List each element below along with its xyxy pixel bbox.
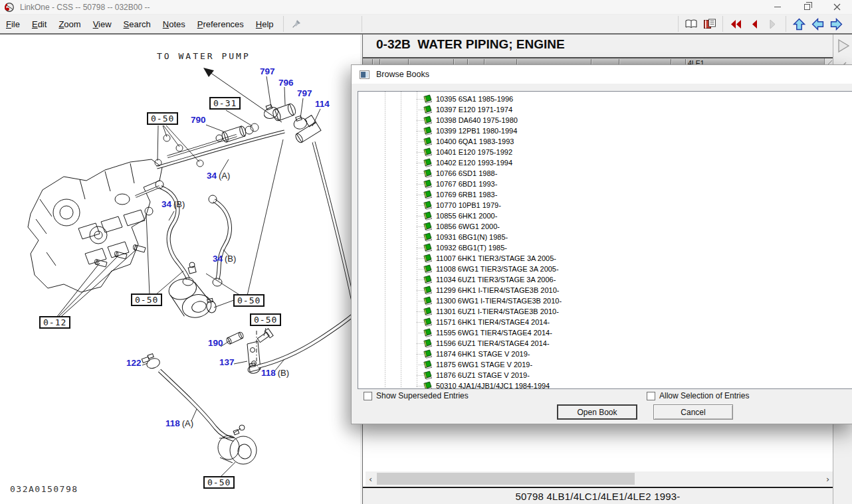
- book-icon: [423, 275, 433, 284]
- ref-box[interactable]: 0-31: [209, 97, 241, 110]
- scrollbar-track[interactable]: [375, 472, 823, 485]
- book-tree-item[interactable]: 10399 12PB1 1980-1994: [358, 126, 852, 136]
- open-book-button[interactable]: Open Book: [557, 404, 637, 420]
- menu-item[interactable]: Zoom: [53, 17, 86, 32]
- book-title: 11876 6UZ1 STAGE V 2019-: [436, 371, 530, 379]
- part-label[interactable]: 797: [260, 66, 275, 76]
- part-label[interactable]: 34(B): [213, 254, 236, 264]
- go-forward-button[interactable]: [827, 15, 845, 33]
- ref-box[interactable]: 0-50: [147, 112, 178, 125]
- book-icon: [423, 349, 433, 359]
- left-arrow-icon: [750, 19, 758, 29]
- book-tree-item[interactable]: 10400 6QA1 1983-1993: [358, 136, 852, 147]
- expand-panel-button[interactable]: [835, 38, 851, 54]
- part-label[interactable]: 114: [315, 99, 330, 109]
- part-label[interactable]: 122: [126, 358, 142, 368]
- first-page-button[interactable]: [726, 15, 745, 33]
- menu-item[interactable]: View: [87, 17, 118, 32]
- show-superseded-checkbox[interactable]: Show Superseded Entries: [364, 391, 469, 400]
- ref-box[interactable]: 0-50: [250, 313, 281, 326]
- browse-books-button[interactable]: [700, 15, 719, 33]
- book-tree-item[interactable]: 11595 6WG1 TIER4/STAGE4 2014-: [358, 327, 852, 338]
- book-title: 11300 6WG1 I-TIER4/STAGE3B 2010-: [436, 297, 562, 305]
- book-tree-item[interactable]: 10932 6BG1(T) 1985-: [358, 242, 852, 253]
- book-tree-item[interactable]: 11596 6UZ1 TIER4/STAGE4 2014-: [358, 338, 852, 349]
- menu-item[interactable]: Help: [250, 17, 280, 32]
- go-up-button[interactable]: [790, 15, 808, 33]
- current-book-label: 50798 4LB1/4LC1/4LE1/4LE2 1993-: [515, 491, 680, 502]
- coolant-hoses: [136, 181, 230, 286]
- part-label[interactable]: 790: [191, 115, 206, 125]
- part-label[interactable]: 137: [219, 357, 235, 367]
- book-tree-item[interactable]: 10398 DA640 1975-1980: [358, 115, 852, 126]
- cancel-button[interactable]: Cancel: [653, 404, 733, 420]
- book-tree-item[interactable]: 11008 6WG1 TIER3/STAGE 3A 2005-: [358, 264, 852, 274]
- menu-item[interactable]: Search: [118, 17, 157, 32]
- book-title: 10395 6SA1 1985-1996: [436, 95, 513, 103]
- toolbar-separator: [678, 16, 679, 32]
- illustration-panel: TO WATER PUMP 032A0150798 797 796 797 11…: [0, 35, 360, 504]
- book-tree-item[interactable]: 10402 E120 1993-1994: [358, 157, 852, 168]
- ref-box[interactable]: 0-50: [131, 294, 162, 306]
- part-label[interactable]: 190: [208, 338, 223, 348]
- book-tree-item[interactable]: 10856 6WG1 2000-: [358, 221, 852, 232]
- part-label[interactable]: 34(A): [207, 171, 230, 181]
- close-button[interactable]: [822, 0, 852, 14]
- menu-item[interactable]: Notes: [157, 17, 191, 32]
- book-tree-item[interactable]: 10766 6SD1 1988-: [358, 168, 852, 179]
- book-tree-item[interactable]: 50310 4JA1/4JB1/4JC1 1984-1994: [358, 380, 852, 389]
- blue-right-arrow-icon: [830, 18, 843, 31]
- part-label[interactable]: 796: [278, 78, 294, 88]
- book-tree-item[interactable]: 10770 10PB1 1979-: [358, 200, 852, 210]
- menu-item[interactable]: Preferences: [191, 17, 250, 32]
- ref-box[interactable]: 0-50: [203, 476, 235, 489]
- book-tree-item[interactable]: 11299 6HK1 I-TIER4/STAGE3B 2010-: [358, 285, 852, 295]
- book-tree-item[interactable]: 11301 6UZ1 I-TIER4/STAGE3B 2010-: [358, 306, 852, 317]
- part-label[interactable]: 797: [297, 88, 312, 98]
- book-tree-item[interactable]: 10767 6BD1 1993-: [358, 179, 852, 189]
- menu-item[interactable]: File: [0, 17, 26, 32]
- book-tree-item[interactable]: 11034 6UZ1 TIER3/STAGE 3A 2006-: [358, 274, 852, 285]
- ref-box[interactable]: 0-12: [39, 316, 70, 329]
- book-icon: [423, 126, 433, 135]
- checkbox-box[interactable]: [647, 392, 655, 400]
- book-tree-item[interactable]: 11876 6UZ1 STAGE V 2019-: [358, 370, 852, 380]
- toolbar-separator: [283, 16, 284, 32]
- ref-box[interactable]: 0-50: [233, 294, 265, 307]
- dialog-title-bar[interactable]: Browse Books: [352, 65, 852, 84]
- browse-books-dialog: Browse Books 10395 6SA1 1985-1996: [351, 64, 852, 424]
- book-tree-item[interactable]: 11007 6HK1 TIER3/STAGE 3A 2005-: [358, 253, 852, 264]
- book-tree-item[interactable]: 11571 6HK1 TIER4/STAGE4 2014-: [358, 317, 852, 327]
- library-button[interactable]: [682, 15, 700, 33]
- part-label[interactable]: 34(B): [161, 199, 185, 209]
- book-tree-item[interactable]: 11875 6WG1 STAGE V 2019-: [358, 359, 852, 370]
- pin-button[interactable]: [287, 15, 306, 33]
- minimize-button[interactable]: [762, 0, 792, 14]
- part-label[interactable]: 118(B): [261, 368, 289, 378]
- book-tree-item[interactable]: 10397 E120 1971-1974: [358, 104, 852, 115]
- allow-selection-checkbox[interactable]: Allow Selection of Entries: [647, 391, 749, 400]
- book-tree-item[interactable]: 10931 6BG1(N) 1985-: [358, 232, 852, 242]
- book-tree-item[interactable]: 10395 6SA1 1985-1996: [358, 94, 852, 104]
- book-tree-item[interactable]: 11874 6HK1 STAGE V 2019-: [358, 349, 852, 359]
- water-piping-diagram: [0, 35, 360, 504]
- checkbox-box[interactable]: [364, 392, 372, 400]
- part-label[interactable]: 118(A): [165, 418, 193, 428]
- scrollbar-thumb[interactable]: [377, 473, 635, 485]
- scroll-left-button[interactable]: ‹: [366, 472, 375, 485]
- scroll-right-button[interactable]: ›: [823, 472, 833, 485]
- menu-item[interactable]: Edit: [26, 17, 53, 32]
- book-title: 11008 6WG1 TIER3/STAGE 3A 2005-: [436, 265, 559, 273]
- book-list-box[interactable]: 10395 6SA1 1985-1996 10397 E120 1971-197…: [358, 91, 852, 389]
- book-title: 11301 6UZ1 I-TIER4/STAGE3B 2010-: [436, 307, 559, 315]
- book-tree-item[interactable]: 11300 6WG1 I-TIER4/STAGE3B 2010-: [358, 295, 852, 306]
- next-page-button[interactable]: [764, 15, 782, 33]
- book-tree-item[interactable]: 10401 E120 1975-1992: [358, 147, 852, 157]
- book-title: 11007 6HK1 TIER3/STAGE 3A 2005-: [436, 254, 556, 262]
- restore-button[interactable]: [792, 0, 822, 14]
- book-icon: [423, 307, 433, 316]
- book-tree-item[interactable]: 10855 6HK1 2000-: [358, 210, 852, 221]
- book-tree-item[interactable]: 10769 6RB1 1983-: [358, 189, 852, 200]
- previous-page-button[interactable]: [745, 15, 764, 33]
- go-back-button[interactable]: [808, 15, 827, 33]
